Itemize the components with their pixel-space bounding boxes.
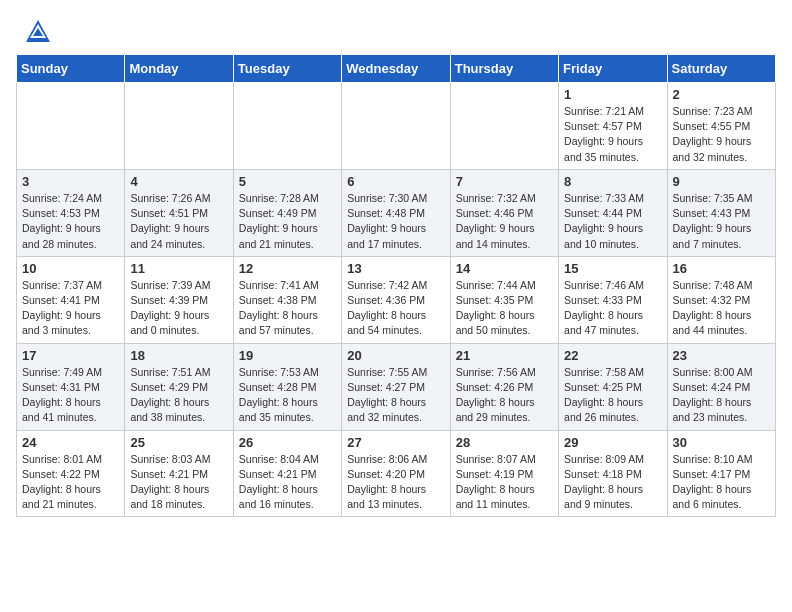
day-cell: 27Sunrise: 8:06 AM Sunset: 4:20 PM Dayli… [342, 430, 450, 517]
day-info: Sunrise: 7:55 AM Sunset: 4:27 PM Dayligh… [347, 365, 444, 426]
day-number: 24 [22, 435, 119, 450]
day-number: 1 [564, 87, 661, 102]
day-cell: 25Sunrise: 8:03 AM Sunset: 4:21 PM Dayli… [125, 430, 233, 517]
day-info: Sunrise: 8:07 AM Sunset: 4:19 PM Dayligh… [456, 452, 553, 513]
col-header-friday: Friday [559, 55, 667, 83]
day-cell: 20Sunrise: 7:55 AM Sunset: 4:27 PM Dayli… [342, 343, 450, 430]
day-cell [233, 83, 341, 170]
day-number: 8 [564, 174, 661, 189]
day-cell: 11Sunrise: 7:39 AM Sunset: 4:39 PM Dayli… [125, 256, 233, 343]
day-cell: 28Sunrise: 8:07 AM Sunset: 4:19 PM Dayli… [450, 430, 558, 517]
day-cell: 24Sunrise: 8:01 AM Sunset: 4:22 PM Dayli… [17, 430, 125, 517]
day-number: 7 [456, 174, 553, 189]
day-info: Sunrise: 7:51 AM Sunset: 4:29 PM Dayligh… [130, 365, 227, 426]
day-info: Sunrise: 7:33 AM Sunset: 4:44 PM Dayligh… [564, 191, 661, 252]
header [0, 0, 792, 54]
day-info: Sunrise: 8:03 AM Sunset: 4:21 PM Dayligh… [130, 452, 227, 513]
week-row-2: 10Sunrise: 7:37 AM Sunset: 4:41 PM Dayli… [17, 256, 776, 343]
day-cell [125, 83, 233, 170]
day-number: 19 [239, 348, 336, 363]
day-cell: 16Sunrise: 7:48 AM Sunset: 4:32 PM Dayli… [667, 256, 775, 343]
day-cell: 5Sunrise: 7:28 AM Sunset: 4:49 PM Daylig… [233, 169, 341, 256]
logo [24, 18, 56, 46]
day-cell: 21Sunrise: 7:56 AM Sunset: 4:26 PM Dayli… [450, 343, 558, 430]
day-number: 6 [347, 174, 444, 189]
day-number: 27 [347, 435, 444, 450]
day-info: Sunrise: 7:24 AM Sunset: 4:53 PM Dayligh… [22, 191, 119, 252]
day-info: Sunrise: 7:56 AM Sunset: 4:26 PM Dayligh… [456, 365, 553, 426]
day-info: Sunrise: 7:23 AM Sunset: 4:55 PM Dayligh… [673, 104, 770, 165]
day-cell: 18Sunrise: 7:51 AM Sunset: 4:29 PM Dayli… [125, 343, 233, 430]
col-header-monday: Monday [125, 55, 233, 83]
day-info: Sunrise: 7:44 AM Sunset: 4:35 PM Dayligh… [456, 278, 553, 339]
col-header-tuesday: Tuesday [233, 55, 341, 83]
week-row-1: 3Sunrise: 7:24 AM Sunset: 4:53 PM Daylig… [17, 169, 776, 256]
day-cell: 30Sunrise: 8:10 AM Sunset: 4:17 PM Dayli… [667, 430, 775, 517]
day-number: 30 [673, 435, 770, 450]
col-header-saturday: Saturday [667, 55, 775, 83]
day-info: Sunrise: 7:21 AM Sunset: 4:57 PM Dayligh… [564, 104, 661, 165]
day-number: 28 [456, 435, 553, 450]
day-cell: 14Sunrise: 7:44 AM Sunset: 4:35 PM Dayli… [450, 256, 558, 343]
day-number: 4 [130, 174, 227, 189]
day-number: 26 [239, 435, 336, 450]
day-cell: 17Sunrise: 7:49 AM Sunset: 4:31 PM Dayli… [17, 343, 125, 430]
day-number: 11 [130, 261, 227, 276]
day-info: Sunrise: 7:35 AM Sunset: 4:43 PM Dayligh… [673, 191, 770, 252]
day-number: 22 [564, 348, 661, 363]
day-info: Sunrise: 7:58 AM Sunset: 4:25 PM Dayligh… [564, 365, 661, 426]
day-number: 13 [347, 261, 444, 276]
col-header-sunday: Sunday [17, 55, 125, 83]
week-row-0: 1Sunrise: 7:21 AM Sunset: 4:57 PM Daylig… [17, 83, 776, 170]
day-info: Sunrise: 8:10 AM Sunset: 4:17 PM Dayligh… [673, 452, 770, 513]
day-info: Sunrise: 8:06 AM Sunset: 4:20 PM Dayligh… [347, 452, 444, 513]
week-row-4: 24Sunrise: 8:01 AM Sunset: 4:22 PM Dayli… [17, 430, 776, 517]
day-info: Sunrise: 8:09 AM Sunset: 4:18 PM Dayligh… [564, 452, 661, 513]
day-cell: 26Sunrise: 8:04 AM Sunset: 4:21 PM Dayli… [233, 430, 341, 517]
day-info: Sunrise: 7:48 AM Sunset: 4:32 PM Dayligh… [673, 278, 770, 339]
col-header-thursday: Thursday [450, 55, 558, 83]
day-cell [342, 83, 450, 170]
day-number: 20 [347, 348, 444, 363]
day-cell: 10Sunrise: 7:37 AM Sunset: 4:41 PM Dayli… [17, 256, 125, 343]
day-info: Sunrise: 8:00 AM Sunset: 4:24 PM Dayligh… [673, 365, 770, 426]
day-info: Sunrise: 7:26 AM Sunset: 4:51 PM Dayligh… [130, 191, 227, 252]
day-cell: 1Sunrise: 7:21 AM Sunset: 4:57 PM Daylig… [559, 83, 667, 170]
day-info: Sunrise: 8:04 AM Sunset: 4:21 PM Dayligh… [239, 452, 336, 513]
day-info: Sunrise: 7:32 AM Sunset: 4:46 PM Dayligh… [456, 191, 553, 252]
day-number: 18 [130, 348, 227, 363]
day-info: Sunrise: 7:46 AM Sunset: 4:33 PM Dayligh… [564, 278, 661, 339]
col-header-wednesday: Wednesday [342, 55, 450, 83]
day-number: 10 [22, 261, 119, 276]
calendar-table: SundayMondayTuesdayWednesdayThursdayFrid… [16, 54, 776, 517]
day-number: 16 [673, 261, 770, 276]
logo-icon [24, 18, 52, 46]
day-number: 21 [456, 348, 553, 363]
day-number: 15 [564, 261, 661, 276]
day-number: 14 [456, 261, 553, 276]
day-cell: 2Sunrise: 7:23 AM Sunset: 4:55 PM Daylig… [667, 83, 775, 170]
day-cell: 22Sunrise: 7:58 AM Sunset: 4:25 PM Dayli… [559, 343, 667, 430]
day-number: 12 [239, 261, 336, 276]
day-info: Sunrise: 7:39 AM Sunset: 4:39 PM Dayligh… [130, 278, 227, 339]
day-info: Sunrise: 7:41 AM Sunset: 4:38 PM Dayligh… [239, 278, 336, 339]
day-cell: 7Sunrise: 7:32 AM Sunset: 4:46 PM Daylig… [450, 169, 558, 256]
calendar-wrapper: SundayMondayTuesdayWednesdayThursdayFrid… [0, 54, 792, 525]
day-number: 17 [22, 348, 119, 363]
day-number: 3 [22, 174, 119, 189]
week-row-3: 17Sunrise: 7:49 AM Sunset: 4:31 PM Dayli… [17, 343, 776, 430]
day-cell: 8Sunrise: 7:33 AM Sunset: 4:44 PM Daylig… [559, 169, 667, 256]
day-cell: 9Sunrise: 7:35 AM Sunset: 4:43 PM Daylig… [667, 169, 775, 256]
day-cell: 23Sunrise: 8:00 AM Sunset: 4:24 PM Dayli… [667, 343, 775, 430]
day-info: Sunrise: 7:28 AM Sunset: 4:49 PM Dayligh… [239, 191, 336, 252]
day-cell: 15Sunrise: 7:46 AM Sunset: 4:33 PM Dayli… [559, 256, 667, 343]
day-cell: 12Sunrise: 7:41 AM Sunset: 4:38 PM Dayli… [233, 256, 341, 343]
day-cell: 19Sunrise: 7:53 AM Sunset: 4:28 PM Dayli… [233, 343, 341, 430]
day-info: Sunrise: 8:01 AM Sunset: 4:22 PM Dayligh… [22, 452, 119, 513]
day-number: 29 [564, 435, 661, 450]
day-info: Sunrise: 7:49 AM Sunset: 4:31 PM Dayligh… [22, 365, 119, 426]
day-cell: 29Sunrise: 8:09 AM Sunset: 4:18 PM Dayli… [559, 430, 667, 517]
day-number: 23 [673, 348, 770, 363]
day-number: 25 [130, 435, 227, 450]
day-cell: 6Sunrise: 7:30 AM Sunset: 4:48 PM Daylig… [342, 169, 450, 256]
